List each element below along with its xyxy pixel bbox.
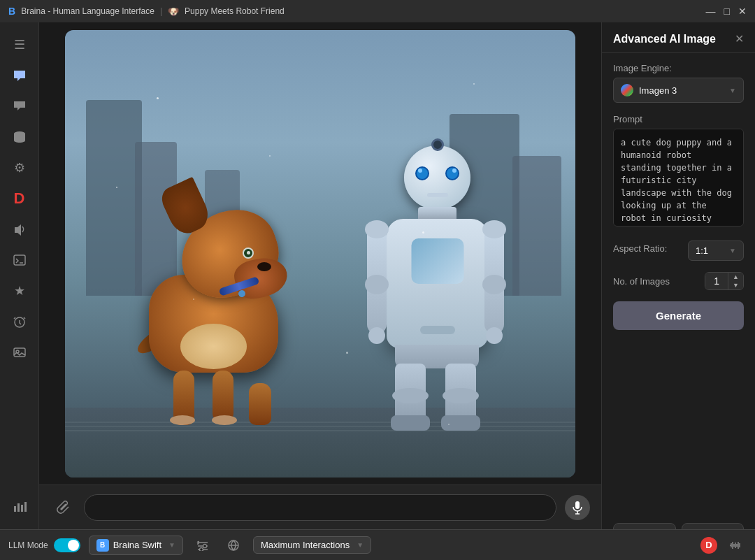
sidebar-item-add-chat[interactable] <box>6 92 34 120</box>
sidebar-item-star[interactable]: ★ <box>6 277 34 305</box>
prompt-section: Prompt a cute dog puppy and a humanoid r… <box>613 114 744 229</box>
right-panel: Advanced AI Image ✕ Image Engine: Imagen… <box>601 22 755 560</box>
panel-close-button[interactable]: ✕ <box>735 32 744 45</box>
svg-rect-9 <box>575 501 580 509</box>
maximize-button[interactable]: □ <box>724 6 730 17</box>
sidebar-item-chart[interactable] <box>6 493 34 521</box>
filter-button[interactable] <box>192 534 214 557</box>
chat-input[interactable] <box>84 494 556 521</box>
generated-image <box>65 30 575 478</box>
num-images-stepper: 1 ▲ ▼ <box>705 272 744 290</box>
microphone-icon <box>572 501 583 515</box>
equalizer-icon <box>13 501 27 513</box>
tab-label: Puppy Meets Robot Friend <box>185 6 285 16</box>
title-bar: B Braina - Human Language Interface | 🐶 … <box>0 0 755 22</box>
aspect-value: 1:1 <box>696 245 708 256</box>
increment-button[interactable]: ▲ <box>728 273 743 281</box>
wave-button[interactable] <box>724 534 747 557</box>
app-name: Braina - Human Language Interface <box>21 6 154 16</box>
brand-arrow-icon: ▼ <box>168 541 175 549</box>
svg-rect-8 <box>24 502 27 512</box>
brand-name: Braina Swift <box>113 540 161 550</box>
stepper-controls: ▲ ▼ <box>728 273 743 289</box>
tab-icon: 🐶 <box>168 6 179 17</box>
robot-figure <box>366 145 505 418</box>
llm-mode-label: LLM Mode <box>8 540 48 550</box>
attach-button[interactable] <box>50 495 76 520</box>
d-badge: D <box>700 537 717 554</box>
sidebar-item-volume[interactable] <box>6 215 34 243</box>
brand-logo: B <box>96 539 109 552</box>
alarm-icon <box>13 315 27 329</box>
svg-rect-6 <box>17 503 20 512</box>
prompt-input[interactable]: a cute dog puppy and a humanoid robot st… <box>613 129 744 227</box>
panel-header: Advanced AI Image ✕ <box>602 22 755 53</box>
database-icon <box>13 131 27 143</box>
toggle-knob <box>68 540 79 551</box>
globe-button[interactable] <box>222 534 245 557</box>
svg-rect-1 <box>14 255 25 265</box>
num-images-section: No. of Images 1 ▲ ▼ <box>613 272 744 290</box>
sidebar-item-image[interactable] <box>6 338 34 366</box>
svg-point-19 <box>199 547 203 551</box>
app-logo: B <box>8 6 15 17</box>
aspect-section: Aspect Ratio: 1:1 ▼ <box>613 240 744 261</box>
sidebar-item-alarm[interactable] <box>6 308 34 336</box>
paperclip-icon <box>56 500 70 515</box>
add-chat-icon <box>13 99 27 113</box>
status-bar-right: D <box>700 534 747 557</box>
input-area <box>39 484 601 529</box>
status-bar: LLM Mode B Braina Swift ▼ Maximum Inter <box>0 529 755 560</box>
panel-title: Advanced AI Image <box>613 33 716 45</box>
volume-icon <box>13 223 27 236</box>
llm-mode-toggle[interactable] <box>54 538 80 552</box>
sidebar-item-chat[interactable] <box>6 62 34 89</box>
brand-selector[interactable]: B Braina Swift ▼ <box>89 536 183 555</box>
google-icon <box>621 84 633 96</box>
prompt-label: Prompt <box>613 114 744 124</box>
llm-mode-section: LLM Mode <box>8 538 80 552</box>
generate-button[interactable]: Generate <box>613 301 744 330</box>
sidebar-item-menu[interactable]: ☰ <box>6 31 34 59</box>
aspect-label: Aspect Ratio: <box>613 243 667 254</box>
engine-arrow-icon: ▼ <box>729 87 736 94</box>
panel-body: Image Engine: Imagen 3 ▼ Prompt a cute d… <box>602 53 755 523</box>
globe-icon <box>227 539 240 552</box>
sidebar-item-settings[interactable]: ⚙ <box>6 154 34 182</box>
divider: | <box>160 6 162 16</box>
interactions-label: Maximum Interactions <box>261 540 350 550</box>
svg-rect-7 <box>21 505 23 512</box>
title-bar-left: B Braina - Human Language Interface | 🐶 … <box>8 6 285 17</box>
interactions-selector[interactable]: Maximum Interactions ▼ <box>253 536 371 554</box>
svg-point-18 <box>203 544 206 547</box>
num-images-value: 1 <box>705 273 728 289</box>
decrement-button[interactable]: ▼ <box>728 281 743 289</box>
engine-label: Image Engine: <box>613 63 744 73</box>
filter-icon <box>196 540 209 551</box>
sidebar: ☰ ⚙ D ★ <box>0 22 39 529</box>
image-area <box>39 22 601 484</box>
close-button[interactable]: ✕ <box>738 6 747 17</box>
aspect-selector[interactable]: 1:1 ▼ <box>688 240 744 261</box>
engine-section: Image Engine: Imagen 3 ▼ <box>613 63 744 103</box>
interactions-arrow-icon: ▼ <box>357 541 364 549</box>
dog-figure <box>128 208 296 425</box>
image-gallery-icon <box>13 346 27 359</box>
chat-bubble-icon <box>13 69 27 82</box>
mic-button[interactable] <box>565 495 590 520</box>
title-bar-controls: — □ ✕ <box>706 6 747 17</box>
num-images-label: No. of Images <box>613 276 670 287</box>
waveform-icon <box>728 539 742 552</box>
svg-rect-5 <box>14 506 16 512</box>
sidebar-item-terminal[interactable] <box>6 246 34 274</box>
engine-selector[interactable]: Imagen 3 ▼ <box>613 78 744 103</box>
engine-value: Imagen 3 <box>639 85 677 96</box>
terminal-icon <box>13 254 27 266</box>
sidebar-item-database[interactable] <box>6 123 34 151</box>
minimize-button[interactable]: — <box>706 6 716 17</box>
sidebar-item-d[interactable]: D <box>6 185 34 213</box>
aspect-arrow-icon: ▼ <box>729 247 736 254</box>
